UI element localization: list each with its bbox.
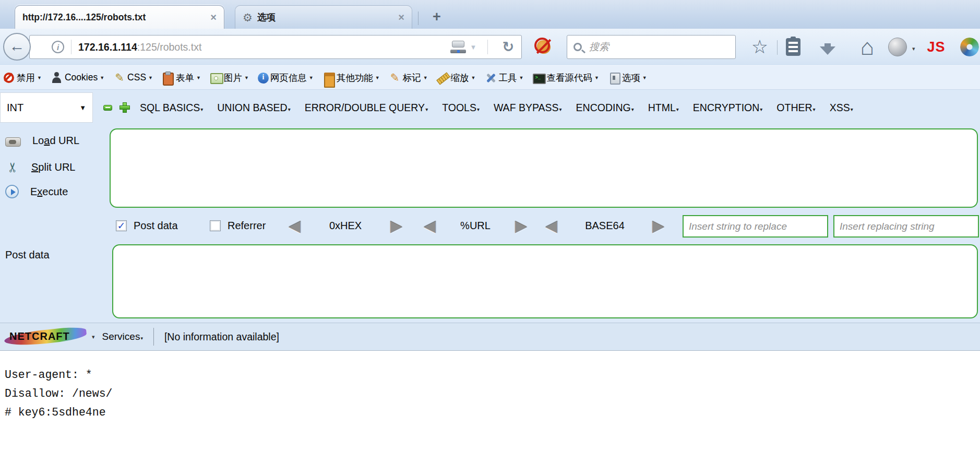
person-icon — [51, 72, 63, 84]
chevron-down-icon: ▼ — [423, 75, 428, 80]
webdev-menu-forms[interactable]: 表单 ▼ — [162, 72, 201, 84]
minus-icon[interactable] — [103, 105, 112, 111]
chevron-down-icon[interactable]: ▼ — [470, 43, 477, 51]
tab-title: http://172.16....125/robots.txt — [22, 12, 205, 23]
ruler-icon — [437, 72, 449, 84]
chevron-down-icon: ▾ — [631, 106, 634, 112]
close-icon[interactable]: × — [210, 12, 217, 22]
replace-string-input[interactable] — [683, 215, 828, 238]
search-input[interactable] — [588, 41, 729, 53]
hackbar-menu-error-double-query[interactable]: ERROR/DOUBLE QUERY▾ — [305, 102, 428, 114]
encode-arrow-icon[interactable]: ▶ — [652, 218, 664, 234]
webdev-menu-cookies[interactable]: Cookies ▼ — [51, 72, 104, 84]
hackbar-menu-other[interactable]: OTHER▾ — [776, 102, 815, 114]
webdev-menu-miscellaneous[interactable]: 其他功能 ▼ — [322, 72, 380, 84]
load-url-button[interactable]: Load URL — [5, 135, 107, 147]
url-path: :125/robots.txt — [137, 41, 202, 53]
new-tab-button[interactable]: + — [426, 6, 448, 27]
webdev-menu-css[interactable]: ✎ CSS ▼ — [113, 72, 153, 84]
home-icon[interactable]: ⌂ — [854, 36, 881, 58]
webdev-menu-tools[interactable]: 工具 ▼ — [485, 72, 524, 84]
hackbar-menu-encryption[interactable]: ENCRYPTION▾ — [693, 102, 763, 114]
encode-arrow-icon[interactable]: ▶ — [515, 218, 527, 234]
post-data-checkbox-label: Post data — [134, 220, 178, 232]
webdev-menu-disable[interactable]: 禁用 ▼ — [3, 72, 42, 84]
tab-robots-txt[interactable]: http://172.16....125/robots.txt × — [15, 5, 224, 29]
referrer-checkbox[interactable] — [210, 220, 221, 231]
chevron-down-icon[interactable]: ▾ — [92, 334, 95, 340]
execute-button[interactable]: Execute — [5, 185, 107, 198]
reload-icon[interactable]: ↻ — [502, 39, 514, 55]
charset-select[interactable]: INT ▼ — [0, 92, 93, 123]
encode-arrow-icon[interactable]: ▶ — [390, 218, 402, 234]
bookmarks-menu-icon[interactable] — [782, 36, 805, 58]
webdev-menu-outline[interactable]: ✎ 标记 ▼ — [389, 72, 428, 84]
close-icon[interactable]: × — [398, 12, 404, 22]
webdev-menu-information[interactable]: 网页信息 ▼ — [258, 72, 314, 84]
site-info-icon[interactable]: i — [52, 41, 64, 53]
split-url-button[interactable]: ✂ Split URL — [5, 160, 107, 175]
hackbar-url-textarea[interactable] — [110, 128, 978, 208]
post-data-textarea[interactable] — [112, 244, 978, 318]
replacing-string-input[interactable] — [833, 215, 979, 238]
back-button[interactable]: ← — [3, 33, 31, 61]
chevron-down-icon: ▾ — [288, 106, 291, 112]
referrer-checkbox-group: Referrer — [210, 210, 266, 241]
post-data-checkbox-group: ✓ Post data — [116, 210, 178, 241]
back-arrow-icon: ← — [9, 37, 25, 55]
webdev-menu-images[interactable]: 图片 ▼ — [210, 72, 249, 84]
tab-options[interactable]: ⚙ 选项 × — [235, 5, 412, 29]
hackbar-menu-tools[interactable]: TOOLS▾ — [442, 102, 480, 114]
chevron-down-icon: ▾ — [851, 106, 853, 112]
chevron-down-icon: ▼ — [244, 75, 249, 80]
tab-title: 选项 — [257, 11, 393, 23]
hackbar-menu-union-based[interactable]: UNION BASED▾ — [217, 102, 290, 114]
chevron-down-icon: ▾ — [676, 106, 679, 112]
netcraft-services-menu[interactable]: Services ▾ — [102, 331, 143, 342]
webdev-menu-resize[interactable]: 缩放 ▼ — [437, 72, 476, 84]
decode-arrow-icon[interactable]: ◀ — [545, 218, 557, 234]
chevron-down-icon: ▾ — [425, 106, 428, 112]
hex-encoder: ◀ 0xHEX ▶ — [289, 210, 402, 241]
hackbar-menu-sql-basics[interactable]: SQL BASICS▾ — [140, 102, 203, 114]
js-toggle-button[interactable]: JS — [923, 36, 950, 58]
hackbar-panel: Load URL ✂ Split URL Execute — [0, 125, 980, 210]
terminal-icon — [532, 72, 545, 84]
extension-swirl-icon[interactable] — [959, 36, 980, 58]
decode-arrow-icon[interactable]: ◀ — [424, 218, 436, 234]
chevron-down-icon: ▾ — [477, 106, 480, 112]
webdev-menu-viewsource[interactable]: 查看源代码 ▼ — [532, 72, 599, 84]
divider — [487, 40, 488, 54]
chevron-down-icon: ▾ — [140, 336, 143, 341]
downloads-icon[interactable] — [815, 36, 840, 58]
chevron-down-icon: ▼ — [100, 75, 104, 80]
decode-arrow-icon[interactable]: ◀ — [289, 218, 301, 234]
image-icon — [210, 72, 222, 84]
hackbar-menu-html[interactable]: HTML▾ — [648, 102, 679, 114]
chevron-down-icon: ▾ — [200, 106, 203, 112]
chevron-down-icon[interactable]: ▾ — [912, 45, 915, 52]
clipboard-icon — [162, 72, 174, 84]
extension-globe-icon[interactable] — [887, 36, 908, 58]
netcraft-logo[interactable]: NETCRAFT — [4, 327, 88, 347]
url-text[interactable]: 172.16.1.114:125/robots.txt — [78, 41, 201, 53]
page-content: User-agent: * Disallow: /news/ # key6:5s… — [0, 351, 980, 474]
chevron-down-icon: ▼ — [196, 75, 201, 80]
post-data-checkbox[interactable]: ✓ — [116, 220, 127, 231]
bookmark-star-icon[interactable]: ☆ — [748, 36, 771, 58]
hackbar-menu-encoding[interactable]: ENCODING▾ — [576, 102, 634, 114]
flashblock-icon[interactable] — [533, 37, 554, 57]
base64-encoder: ◀ BASE64 ▶ — [545, 210, 664, 241]
chevron-down-icon: ▼ — [642, 75, 647, 80]
hackbar-menu-row: INT ▼ SQL BASICS▾ UNION BASED▾ ERROR/DOU… — [0, 90, 980, 125]
plus-icon[interactable] — [119, 102, 129, 112]
hackbar-menu-xss[interactable]: XSS▾ — [830, 102, 853, 114]
hackbar-menu-waf-bypass[interactable]: WAF BYPASS▾ — [494, 102, 562, 114]
divider — [71, 40, 71, 54]
scissors-icon: ✂ — [5, 160, 20, 175]
server-icon[interactable] — [450, 41, 466, 53]
address-bar[interactable]: i 172.16.1.114:125/robots.txt ▼ ↻ — [29, 35, 522, 59]
tab-bar: http://172.16....125/robots.txt × ⚙ 选项 ×… — [0, 0, 980, 29]
webdev-menu-options[interactable]: 选项 ▼ — [608, 72, 647, 84]
search-box[interactable] — [567, 35, 736, 59]
